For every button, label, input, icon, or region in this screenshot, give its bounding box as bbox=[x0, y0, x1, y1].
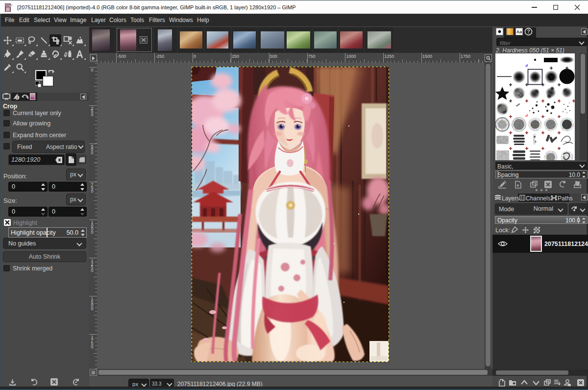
svg-text:?: ? bbox=[527, 29, 530, 34]
